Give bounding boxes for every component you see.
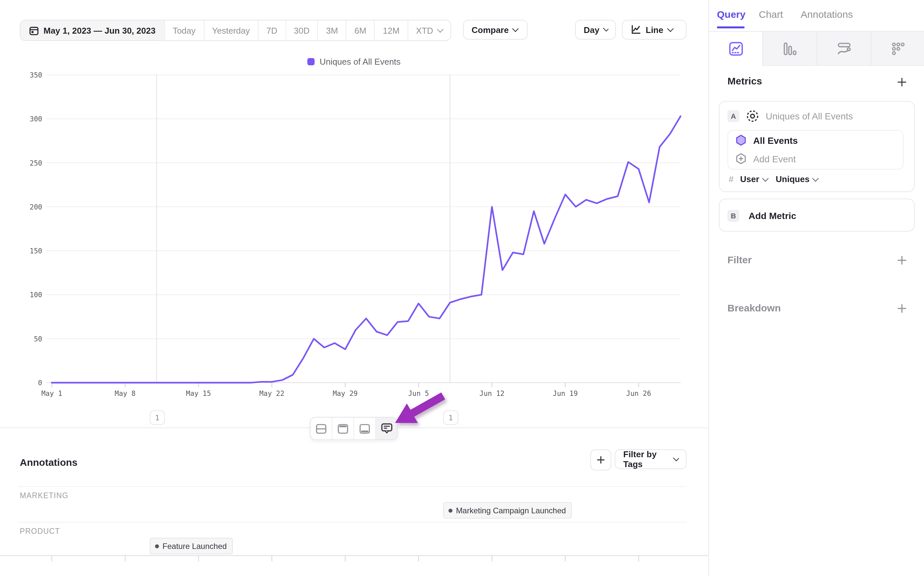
row-divider	[18, 522, 686, 523]
annotations-section-title: Annotations	[20, 457, 78, 468]
chevron-down-icon	[673, 455, 679, 461]
annotation-comment-icon	[380, 422, 393, 435]
add-metric-label: Add Metric	[748, 210, 796, 221]
panel-top-button[interactable]	[332, 418, 354, 439]
x-axis-label: May 8	[115, 390, 136, 398]
annotation-count-badge[interactable]: 1	[150, 410, 165, 425]
split-rows-icon	[315, 422, 327, 434]
aggregation-row: # User Uniques	[729, 174, 818, 184]
x-axis-label: May 29	[333, 390, 358, 398]
y-axis-label: 350	[30, 71, 42, 79]
x-axis-label: Jun 19	[553, 390, 578, 398]
tab-flows[interactable]	[817, 32, 871, 66]
entity-selector[interactable]: User	[740, 174, 759, 184]
event-hexagon-icon	[736, 134, 747, 146]
chevron-down-icon[interactable]	[812, 175, 819, 181]
annotation-badge[interactable]: Marketing Campaign Launched	[444, 502, 572, 518]
metrics-section-title: Metrics	[728, 75, 762, 86]
breakdown-section-title: Breakdown	[728, 302, 781, 314]
x-axis-label: Jun 26	[626, 390, 651, 398]
metric-a-header[interactable]: A Uniques of All Events	[728, 110, 853, 123]
panel-tab-query[interactable]: Query	[717, 9, 745, 20]
panel-tab-chart[interactable]: Chart	[759, 9, 783, 20]
x-axis-label: May 1	[41, 390, 62, 398]
add-event-hexagon-icon	[736, 153, 747, 164]
y-axis-label: 0	[38, 379, 42, 387]
line-chart-canvas[interactable]: 050100150200250300350May 1May 8May 15May…	[0, 0, 708, 427]
x-axis-label: May 22	[259, 390, 284, 398]
add-metric-plus-button[interactable]	[896, 77, 907, 87]
annotation-category-label: MARKETING	[20, 491, 69, 499]
count-symbol: #	[729, 174, 733, 184]
annotation-badge-label: Marketing Campaign Launched	[456, 506, 566, 515]
tab-metrics-grid[interactable]	[871, 32, 924, 66]
y-axis-label: 200	[30, 203, 42, 211]
tab-insights-line[interactable]	[709, 32, 763, 66]
filter-by-tags-label: Filter by Tags	[623, 449, 669, 469]
x-axis-label: Jun 12	[479, 390, 504, 398]
annotation-count-badge[interactable]: 1	[443, 410, 458, 425]
active-tab-underline	[717, 26, 745, 28]
plus-icon	[897, 77, 906, 87]
panel-bottom-button[interactable]	[354, 418, 375, 439]
event-list-card: All Events Add Event	[728, 130, 903, 170]
add-filter-button[interactable]	[896, 255, 907, 265]
split-rows-button[interactable]	[311, 418, 332, 439]
chevron-down-icon[interactable]	[762, 175, 769, 181]
tab-bar-chart[interactable]	[763, 32, 817, 66]
insights-line-icon	[728, 42, 743, 56]
y-axis-label: 100	[30, 291, 42, 299]
add-breakdown-button[interactable]	[896, 303, 907, 314]
chart-type-tabbar	[709, 31, 924, 66]
series-line	[52, 116, 681, 383]
annotation-dot-icon	[155, 544, 159, 548]
add-annotation-button[interactable]	[590, 449, 611, 470]
y-axis-label: 150	[30, 247, 42, 255]
query-builder-panel: QueryChartAnnotations	[709, 0, 924, 576]
metric-a-badge: A	[728, 110, 739, 122]
y-axis-label: 300	[30, 115, 42, 123]
bar-chart-icon	[782, 41, 797, 56]
insights-report-page: May 1, 2023 — Jun 30, 2023 TodayYesterda…	[0, 0, 924, 576]
x-axis-label: May 15	[186, 390, 211, 398]
metric-b-card[interactable]: B Add Metric	[719, 198, 915, 232]
event-name: All Events	[753, 135, 798, 146]
chart-layout-toolbar	[310, 417, 398, 440]
custom-event-gear-icon	[746, 110, 759, 123]
annotation-category-label: PRODUCT	[20, 527, 60, 535]
plus-icon	[897, 255, 906, 265]
plus-icon	[897, 303, 906, 313]
metric-a-card: A Uniques of All Events All Events	[719, 101, 915, 192]
filter-by-tags-button[interactable]: Filter by Tags	[615, 449, 686, 469]
metric-b-badge: B	[728, 210, 739, 222]
filter-section-title: Filter	[728, 254, 752, 265]
annotation-dot-icon	[449, 508, 453, 512]
flows-icon	[836, 41, 851, 56]
y-axis-label: 250	[30, 159, 42, 167]
metrics-grid-icon	[891, 41, 905, 56]
annotation-comment-button[interactable]	[375, 418, 397, 439]
panel-bottom-icon	[359, 422, 371, 434]
metric-a-name: Uniques of All Events	[766, 111, 853, 122]
row-divider	[18, 486, 686, 487]
panel-top-icon	[337, 422, 349, 434]
annotations-timeline-ruler	[0, 554, 708, 563]
x-axis-label: Jun 5	[408, 390, 429, 398]
annotation-badge-label: Feature Launched	[163, 541, 227, 550]
add-event-row[interactable]: Add Event	[736, 153, 796, 164]
plus-icon	[596, 455, 605, 464]
aggregation-selector[interactable]: Uniques	[776, 174, 809, 184]
y-axis-label: 50	[34, 335, 42, 343]
add-event-label: Add Event	[753, 154, 796, 164]
panel-tab-annotations[interactable]: Annotations	[801, 9, 853, 20]
event-row-all-events[interactable]: All Events	[736, 134, 798, 146]
annotation-badge[interactable]: Feature Launched	[150, 538, 233, 554]
